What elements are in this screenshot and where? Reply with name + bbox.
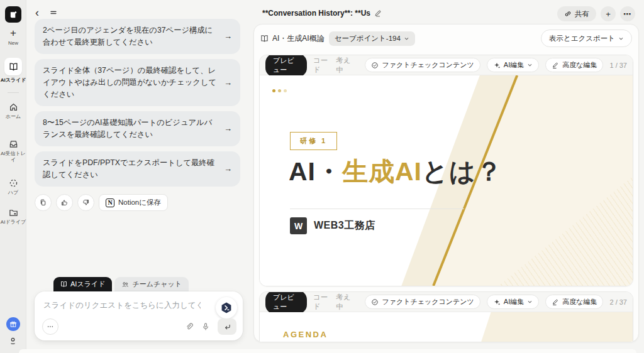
sidebar-item-hub[interactable]: ハブ [0,178,26,196]
agenda-heading: AGENDA [283,330,328,339]
main-panel: AI・生成AI概論 セーブポイント-194 表示とエクスポート プレビュー コー… [253,24,639,342]
pencil-icon [552,62,559,69]
save-to-notion-button[interactable]: N Notionに保存 [99,194,168,211]
nav-rail: + New AIスライド ホーム AI受信トレイ ハブ AIドライブ [0,0,26,353]
title-dark: AI・ [289,157,342,186]
more-options-button[interactable]: ⋯ [620,6,635,21]
thinking-tab[interactable]: 考え中 [336,293,352,312]
rail-divider [8,92,19,93]
arrow-right-icon: → [224,77,232,89]
window-bottom-edge [19,349,636,353]
folder-icon [9,208,18,217]
factcheck-button[interactable]: ファクトチェックコンテンツ [365,58,480,72]
sidebar-item-ai-drive[interactable]: AIドライブ [0,208,26,225]
hub-icon [9,178,18,188]
account-button[interactable] [8,336,18,345]
brand-logo: W [290,217,307,234]
arrow-right-icon: → [224,122,232,135]
thumbs-up-icon [60,198,69,207]
chevron-down-icon [527,299,533,305]
thumbs-down-button[interactable] [77,194,94,211]
ai-edit-label: AI編集 [504,60,524,70]
slide-card-2: プレビュー コード 考え中 ファクトチェックコンテンツ AI編集 高度な編集 [259,291,633,342]
gift-button[interactable] [6,317,20,331]
sidebar-item-ai-inbox[interactable]: AI受信トレイ [0,139,26,163]
slide-divider [290,209,464,209]
tab-ai-slides[interactable]: AIスライド [53,277,112,291]
mic-button[interactable] [201,322,210,331]
book-icon [9,62,18,72]
person-icon [8,336,18,345]
preview-tab[interactable]: プレビュー [265,291,307,314]
suggestion-card[interactable]: 2ページ目のアジェンダを現在の37ページ構成に合わせて最終更新してください → [35,19,240,54]
thinking-tab[interactable]: 考え中 [336,56,352,75]
assistant-logo-button[interactable] [216,297,237,318]
slide-1-preview[interactable]: 研修 1 AI・生成AIとは？ W WEB3工務店 [260,75,633,286]
suggestion-card[interactable]: 8〜15ページのAI基礎知識パートのビジュアルバランスを最終確認してください → [35,111,240,146]
ai-edit-dropdown[interactable]: AI編集 [487,58,539,72]
ai-edit-label: AI編集 [504,297,524,307]
preview-tab[interactable]: プレビュー [265,55,307,77]
slide-card-1: プレビュー コード 考え中 ファクトチェックコンテンツ AI編集 高度な編集 [259,55,633,286]
thumbs-up-button[interactable] [56,194,73,211]
slide-toolbar: プレビュー コード 考え中 ファクトチェックコンテンツ AI編集 高度な編集 [260,55,633,75]
edit-pencil-icon[interactable] [374,9,382,17]
slide-request-input[interactable] [43,301,201,310]
slide-2-preview[interactable]: AGENDA [260,312,633,342]
composer-card [35,291,243,340]
logo-book-icon [9,10,18,19]
advanced-edit-button[interactable]: 高度な編集 [545,295,603,309]
code-tab[interactable]: コード [313,293,330,312]
factcheck-button[interactable]: ファクトチェックコンテンツ [365,295,480,309]
suggestion-list: 2ページ目のアジェンダを現在の37ページ構成に合わせて最終更新してください → … [35,19,240,211]
pencil-icon [552,298,559,306]
suggestion-card[interactable]: スライドをPDF/PPTXでエクスポートして最終確認してください → [35,151,240,187]
chevron-down-icon [618,36,624,41]
factcheck-icon [371,62,379,69]
advanced-edit-label: 高度な編集 [562,297,597,307]
home-label: ホーム [6,114,21,120]
sidebar-item-new[interactable]: + New [0,28,26,46]
history-list-icon[interactable] [49,8,58,17]
tab-ai-slides-label: AIスライド [70,280,105,289]
factcheck-label: ファクトチェックコンテンツ [382,297,474,307]
chat-panel: ‹ 2ページ目のアジェンダを現在の37ページ構成に合わせて最終更新してください … [26,0,250,353]
tab-team-chat-label: チームチャット [132,280,182,289]
book-icon [60,281,67,288]
factcheck-label: ファクトチェックコンテンツ [382,60,474,70]
sidebar-item-home[interactable]: ホーム [0,102,26,120]
share-button[interactable]: 共有 [557,6,596,21]
advanced-edit-button[interactable]: 高度な編集 [545,58,603,72]
thumbs-down-icon [82,198,90,207]
code-tab[interactable]: コード [313,56,330,75]
suggestion-text: 8〜15ページのAI基礎知識パートのビジュアルバランスを最終確認してください [43,118,212,139]
new-tab-button[interactable]: + [601,6,616,21]
savepoint-dropdown[interactable]: セーブポイント-194 [329,31,415,46]
paperclip-icon [185,322,194,331]
composer: AIスライド チームチャット [35,277,243,340]
attach-button[interactable] [185,322,194,331]
view-export-label: 表示とエクスポート [549,34,615,43]
back-button[interactable]: ‹ [35,7,39,18]
chat-header: ‹ [35,7,58,18]
save-to-notion-label: Notionに保存 [118,198,161,207]
sidebar-item-ai-slides[interactable]: AIスライド [0,58,26,84]
plus-icon: + [10,28,16,38]
chevron-down-icon [527,62,533,68]
suggestion-card[interactable]: スライド全体（37ページ）の最終確認をして、レイアウトやはみ出しの問題がないかチ… [35,59,240,106]
copy-icon [39,198,47,207]
ai-slides-label: AIスライド [1,77,26,84]
app-logo[interactable] [5,6,21,23]
view-export-dropdown[interactable]: 表示とエクスポート [541,30,632,47]
message-actions: N Notionに保存 [35,194,240,211]
composer-more-button[interactable] [42,318,58,335]
advanced-edit-label: 高度な編集 [562,60,597,70]
share-label: 共有 [575,9,589,19]
send-button[interactable] [218,318,236,335]
tab-team-chat[interactable]: チームチャット [114,277,189,291]
arrow-right-icon: → [224,30,232,43]
copy-button[interactable] [35,194,52,211]
title-dark: とは？ [422,157,502,186]
notion-logo-icon: N [106,198,114,207]
ai-edit-dropdown[interactable]: AI編集 [487,295,539,309]
